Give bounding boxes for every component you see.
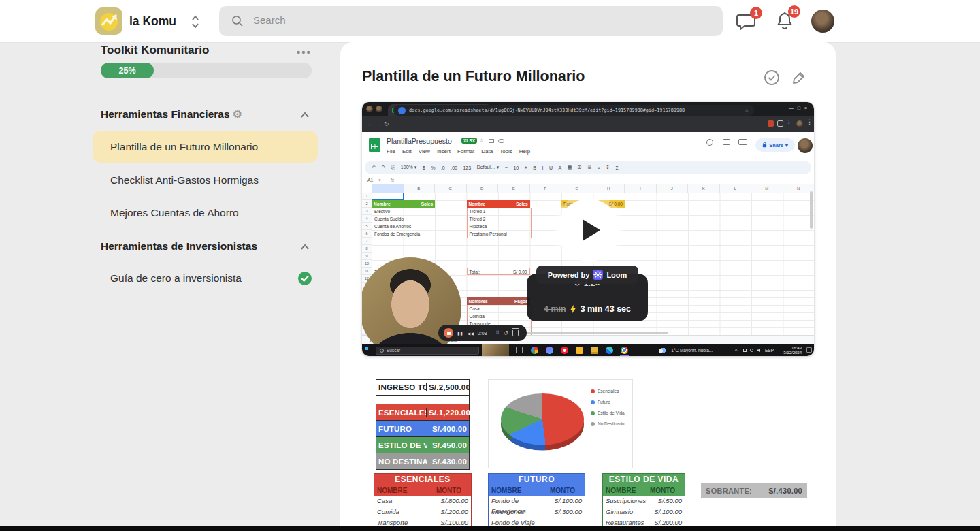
window-controls[interactable]: — □ × [789,106,807,110]
toolbar-item[interactable]: + [525,165,527,170]
community-logo[interactable] [95,7,122,35]
pause-icon[interactable]: ▮▮ [457,331,463,336]
spreadsheet-title[interactable]: PlantillaPresupuesto [387,137,452,145]
star-doc-icon[interactable]: ☆ [479,138,484,144]
toolbar-item[interactable]: Σ [616,165,619,170]
column-header[interactable]: M [751,184,783,193]
toolbar-item[interactable]: $ [423,165,425,170]
column-header[interactable]: I [625,184,657,193]
toolbar-item[interactable]: − [505,165,508,170]
recording-controls[interactable]: ▮▮ ◀◀ 0:03 ⠿ ↺ [438,325,527,341]
share-button[interactable]: Share ▾ [755,138,795,152]
toolbar-item[interactable]: ↶ [372,165,376,170]
row-header[interactable]: 2 [362,200,372,208]
download-icon[interactable]: ↓ [787,118,791,125]
reload-icon[interactable]: ↻ [384,120,389,127]
extension-badge-icon[interactable] [768,120,774,127]
news-widget-thumbnail[interactable] [482,344,509,356]
row-header[interactable]: 4 [362,215,372,223]
row-header[interactable]: 1 [362,193,372,200]
sidebar-item-checklist[interactable]: Checklist Anti-Gastos Hormigas [110,174,259,187]
extensions-icon[interactable] [777,120,783,127]
row-header[interactable]: 3 [362,208,372,215]
toolbar-item[interactable]: ≣ [587,165,591,170]
toolbar-item[interactable]: ⋯ [624,165,629,170]
sidebar-item-guia[interactable]: Guía de cero a inversionista [110,272,242,285]
column-header[interactable]: J [657,184,689,193]
menu-item[interactable]: Data [481,148,493,155]
search-bar[interactable] [219,6,723,36]
row-header[interactable]: 7 [362,238,372,245]
edge-app-icon[interactable] [606,347,613,354]
toolbar-item[interactable]: B [533,165,536,170]
course-options-icon[interactable]: ••• [297,46,313,53]
section2-collapse-icon[interactable] [299,242,310,254]
sheets-toolbar[interactable]: ↶↷⎘100% ▾$%.0.00123Defaul… ▾−10+BIUA▦⊞≣≡… [365,161,811,174]
row-header[interactable]: 8 [362,245,372,253]
chrome-app-icon[interactable] [621,347,628,354]
copilot-app-icon[interactable] [546,347,553,354]
toolbar-item[interactable]: U [549,165,553,170]
toolbar-item[interactable]: ⎘ [391,165,395,170]
column-header[interactable]: E [498,184,530,193]
stop-button[interactable] [444,328,453,338]
trash-icon[interactable] [512,330,519,336]
photos-app-icon[interactable] [531,347,538,354]
toolbar-item[interactable]: 10 [513,165,519,170]
toolbar-item[interactable]: ↧ [606,165,610,170]
row-header[interactable]: 6 [362,230,372,238]
toolbar-item[interactable]: A [559,165,562,170]
sidebar-section-financieras[interactable]: Herramientas Financieras ⚙ [101,108,242,120]
toolbar-item[interactable]: 100% ▾ [401,165,416,170]
taskview-icon[interactable] [516,347,523,353]
row-header[interactable]: 5 [362,223,372,230]
column-header[interactable]: B [404,184,436,193]
menu-item[interactable]: File [387,148,395,155]
explorer-app-icon[interactable] [576,347,583,354]
toolbar-item[interactable]: .0 [441,165,445,170]
toolbar-item[interactable]: 123 [463,165,471,170]
row-header[interactable]: 9 [362,253,372,260]
row-header[interactable]: 10 [362,260,372,268]
mark-complete-icon[interactable] [764,69,780,88]
sheets-menu[interactable]: FileEditViewInsertFormatDataToolsHelp [387,148,530,155]
history-icon[interactable] [706,139,713,146]
column-header[interactable]: D [467,184,499,193]
toolbar-item[interactable]: ≡ [598,165,600,170]
opera-app-icon[interactable] [561,347,568,354]
back-icon[interactable]: ← [368,120,374,127]
toolbar-item[interactable]: ⊞ [578,165,582,170]
toolbar-item[interactable]: I [542,165,544,170]
sidebar-item-cuentas[interactable]: Mejores Cuentas de Ahorro [110,207,239,219]
toolbar-item[interactable]: .00 [451,165,457,170]
toolbar-item[interactable]: % [431,165,435,170]
vertical-scrollbar[interactable] [810,191,813,229]
rewind-icon[interactable]: ◀◀ [468,331,474,336]
windows-start-icon[interactable] [365,347,372,353]
powered-by-loom[interactable]: Powered by Loom [536,266,638,284]
docs-app-icon[interactable] [591,347,598,354]
chrome-menu-icon[interactable]: ⋮ [806,118,813,125]
column-header[interactable]: F [530,184,562,193]
comments-icon[interactable] [723,139,730,145]
taskbar-search[interactable]: Buscar [376,347,479,355]
community-name[interactable]: la Komu [129,0,176,42]
sheets-avatar[interactable] [798,138,813,153]
edit-pencil-icon[interactable] [791,70,806,88]
menu-item[interactable]: View [419,148,430,155]
loom-video-player[interactable]: + — □ × PlantillaPresupuesto.xls × ← → ↻… [362,102,814,356]
tray-caret[interactable]: ^ [735,348,737,353]
column-header[interactable]: N [783,184,815,193]
meet-camera-icon[interactable] [738,139,747,145]
clock[interactable]: 16:433/12/2024 [779,346,802,355]
forward-icon[interactable]: → [376,120,382,127]
row-header[interactable]: 11 [362,268,372,275]
column-header[interactable]: C [435,184,467,193]
chrome-profile-avatar[interactable] [796,120,803,127]
sidebar-section-inversionistas[interactable]: Herramientas de Inversionistas [101,240,257,253]
community-switcher-icon[interactable] [191,14,200,32]
user-avatar[interactable] [811,10,834,33]
notification-center-icon[interactable] [806,347,812,353]
address-bar[interactable]: docs.google.com/spreadsheets/d/1ugQCGj-N… [393,105,754,116]
sidebar-item-plantilla-label[interactable]: Plantilla de un Futuro Millonario [110,141,258,153]
